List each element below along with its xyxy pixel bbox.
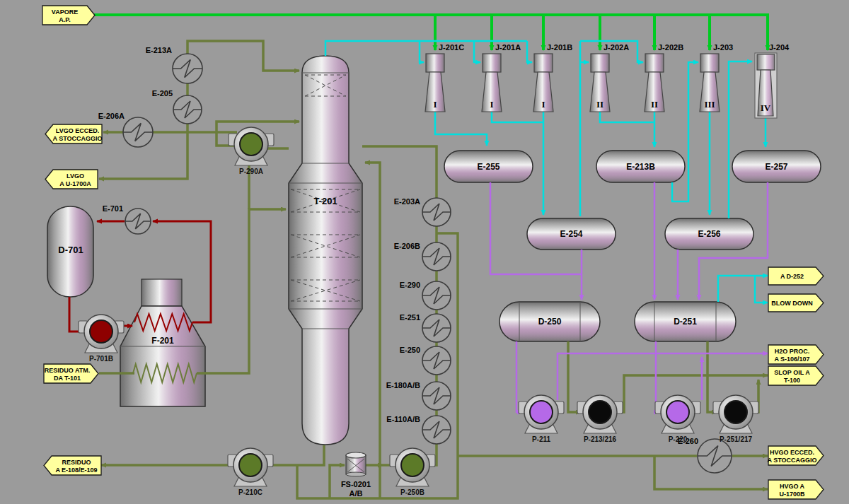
- pipe-vapor_cyan-10: [600, 112, 654, 122]
- ejector-J-201C[interactable]: IJ-201C: [425, 43, 464, 112]
- vessel-label: E-257: [765, 162, 787, 172]
- exchanger-E-250[interactable]: E-250: [400, 346, 451, 375]
- filter-FS-0201[interactable]: FS-0201A/B: [341, 452, 371, 498]
- vessel-E-255[interactable]: E-255: [444, 151, 533, 182]
- exchanger-E-213A[interactable]: E-213A: [146, 46, 202, 83]
- flow-tag-text: DA T-101: [54, 375, 81, 382]
- flow-tag-text: A.P.: [59, 16, 70, 23]
- pipe-vapor_cyan-17: [755, 276, 768, 303]
- ejector-stage-numeral: III: [704, 99, 715, 110]
- pump-label: P-211: [532, 435, 551, 443]
- exchanger-label: E-206B: [394, 242, 420, 250]
- pipe-condensate_purple-6: [558, 353, 768, 400]
- process-flow-canvas: T-201F-201D-701E-255E-213BE-257E-254E-25…: [0, 0, 849, 504]
- vessel-label: E-255: [477, 162, 499, 172]
- ejector-stage-numeral: I: [433, 99, 437, 110]
- exchanger-E-205[interactable]: E-205: [152, 89, 202, 124]
- pump-P-220[interactable]: P-220: [655, 395, 700, 443]
- flow-tag-text: A S-106/107: [774, 356, 809, 363]
- flow-tag-text: LVGO ECCED.: [56, 127, 99, 134]
- vessel-E-213B[interactable]: E-213B: [596, 151, 685, 182]
- pump-P-251/217[interactable]: P-251/217: [713, 395, 758, 443]
- pipe-vapor_cyan-3: [527, 41, 532, 62]
- exchanger-E-180A/B[interactable]: E-180A/B: [386, 381, 451, 410]
- flow-tag-vapore-ap[interactable]: VAPOREA.P.: [42, 6, 95, 25]
- flow-tag-text: RESIDUO ATM.: [45, 367, 91, 374]
- flow-tag-text: H2O PROC.: [775, 348, 810, 355]
- ejector-label: J-204: [769, 43, 790, 52]
- flow-tag-text: A STOCCAGGIO: [52, 135, 102, 142]
- pump-label: P-213/216: [584, 435, 617, 443]
- pump-P-211[interactable]: P-211: [519, 395, 564, 443]
- vessel-D-250[interactable]: D-250: [499, 302, 600, 341]
- vessel-E-254[interactable]: E-254: [527, 218, 616, 250]
- pump-P-701B[interactable]: P-701B: [79, 315, 124, 363]
- exchanger-label: E-213A: [146, 46, 172, 54]
- ejector-stage-numeral: II: [651, 99, 658, 110]
- flow-tag-text: A D-252: [780, 273, 804, 280]
- exchanger-label: E-250: [400, 346, 420, 354]
- pump-P-290A[interactable]: P-290A: [229, 127, 274, 175]
- vessel-label: E-254: [560, 229, 582, 239]
- ejector-J-201A[interactable]: IJ-201A: [482, 43, 521, 112]
- pump-P-210C[interactable]: P-210C: [228, 448, 273, 496]
- exchanger-label: E-206A: [98, 112, 125, 120]
- flow-tag-text: BLOW DOWN: [771, 300, 813, 307]
- flow-tag-text: RESIDUO: [62, 459, 91, 466]
- exchanger-E-206B[interactable]: E-206B: [394, 242, 451, 271]
- exchanger-E-290[interactable]: E-290: [400, 281, 451, 310]
- vessel-E-256[interactable]: E-256: [665, 218, 753, 250]
- hmi-process-diagram: T-201F-201D-701E-255E-213BE-257E-254E-25…: [0, 0, 849, 504]
- column-T-201[interactable]: T-201: [289, 56, 362, 445]
- flow-tag-lvgo-u1700a[interactable]: LVGOA U-1700A: [45, 170, 98, 189]
- exchanger-E-251[interactable]: E-251: [400, 313, 451, 342]
- vessel-label: D-250: [538, 317, 562, 327]
- flow-tag-lvgo-ecced[interactable]: LVGO ECCED.A STOCCAGGIO: [45, 124, 103, 143]
- ejector-J-202B[interactable]: IIJ-202B: [645, 43, 683, 112]
- ejector-label: J-201A: [495, 43, 521, 52]
- ejector-J-204[interactable]: IVJ-204: [755, 43, 790, 118]
- flow-tag-a-d252[interactable]: A D-252: [768, 267, 824, 285]
- filter-label: A/B: [350, 489, 363, 498]
- pump-label: P-250B: [400, 488, 424, 496]
- flow-tag-hvgo-ecced[interactable]: HVGO ECCED.A STOCCAGGIO: [767, 446, 824, 465]
- equipment-symbols: E-213AE-205E-206AE-701E-203AE-206BE-290E…: [79, 43, 790, 498]
- flow-tag-text: A U-1700A: [59, 180, 91, 187]
- vessel-D-251[interactable]: D-251: [635, 302, 736, 341]
- vessel-label: D-251: [674, 317, 697, 327]
- exchanger-E-203A[interactable]: E-203A: [394, 197, 451, 226]
- drum-D-701[interactable]: D-701: [47, 206, 93, 297]
- ejector-label: J-201B: [547, 43, 572, 52]
- flow-tag-hvgo-u1700b[interactable]: HVGO AU-1700B: [768, 480, 824, 499]
- pump-P-213/216[interactable]: P-213/216: [577, 395, 623, 443]
- pump-label: P-210C: [238, 488, 262, 496]
- pipe-vapor_cyan-14: [729, 61, 752, 218]
- flow-tag-text: HVGO ECCED.: [770, 449, 814, 456]
- ejector-J-201B[interactable]: IJ-201B: [533, 43, 572, 112]
- ejector-label: J-203: [713, 43, 733, 52]
- flow-tag-h2o-proc[interactable]: H2O PROC.A S-106/107: [768, 345, 824, 364]
- flow-tag-text: SLOP OIL A: [774, 369, 810, 376]
- ejector-J-202A[interactable]: IIJ-202A: [590, 43, 629, 112]
- pump-P-250B[interactable]: P-250B: [390, 448, 435, 496]
- exchanger-E-110A/B[interactable]: E-110A/B: [386, 415, 451, 444]
- vessel-E-257[interactable]: E-257: [732, 151, 821, 182]
- flow-tag-blow-down[interactable]: BLOW DOWN: [768, 294, 824, 312]
- flow-tag-slop-oil[interactable]: SLOP OIL AT-100: [768, 366, 824, 385]
- ejector-stage-numeral: II: [596, 99, 603, 110]
- column-label: T-201: [313, 196, 337, 206]
- vessel-label: E-213B: [626, 162, 655, 172]
- exchanger-E-701[interactable]: E-701: [103, 204, 151, 234]
- furnace-label: F-201: [151, 336, 174, 346]
- flow-tag-text: A E-108/E-109: [55, 467, 97, 474]
- flow-tag-text: T-100: [784, 377, 800, 384]
- flow-tag-residuo-atm[interactable]: RESIDUO ATM.DA T-101: [44, 364, 98, 383]
- pipes: [69, 15, 768, 498]
- flow-tag-residuo-e108[interactable]: RESIDUOA E-108/E-109: [44, 456, 101, 475]
- exchanger-E-206A[interactable]: E-206A: [98, 112, 153, 147]
- furnace-F-201[interactable]: F-201: [120, 279, 205, 406]
- flow-tag-text: VAPORE: [52, 8, 78, 16]
- exchanger-label: E-110A/B: [386, 415, 420, 423]
- pipe-process_olive-0: [187, 41, 299, 71]
- pipe-process_olive-11: [362, 146, 437, 199]
